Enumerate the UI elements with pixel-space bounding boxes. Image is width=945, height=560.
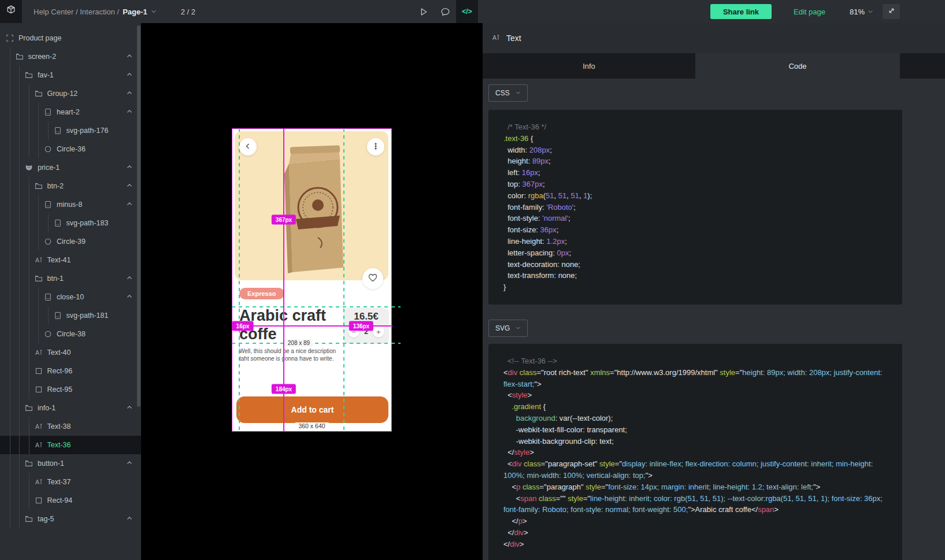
tree-indent-guide <box>10 362 10 380</box>
tab-info[interactable]: Info <box>483 53 695 79</box>
layer-row-svg-path-183[interactable]: svg-path-183 <box>0 214 141 232</box>
svg-text:A: A <box>492 34 496 41</box>
chevron-up-icon[interactable] <box>126 293 133 300</box>
tree-indent-guide <box>38 306 39 325</box>
layer-row-circle-38[interactable]: Circle-38 <box>0 325 141 343</box>
zoom-level: 81% <box>850 8 865 16</box>
chevron-down-icon[interactable] <box>868 8 873 16</box>
code-line: font-style: 'normal'; <box>503 213 891 224</box>
comment-icon[interactable] <box>434 0 456 23</box>
play-icon[interactable] <box>412 0 434 23</box>
tree-indent-guide <box>38 140 39 158</box>
css-format-dropdown[interactable]: CSS <box>488 84 528 102</box>
layer-row-tag-5[interactable]: tag-5 <box>0 510 141 528</box>
layer-row-rect-95[interactable]: Rect-95 <box>0 380 141 399</box>
measure-badge-left: 16px <box>232 321 254 331</box>
svg-format-dropdown[interactable]: SVG <box>488 320 528 337</box>
layer-row-text-38[interactable]: AText-38 <box>0 417 141 436</box>
add-to-cart-button[interactable]: Add to cart <box>236 396 388 423</box>
tree-indent-guide <box>19 288 20 306</box>
code-line: text-decoration: none; <box>503 259 891 270</box>
chevron-up-icon[interactable] <box>126 515 133 522</box>
layer-row-product page[interactable]: Product page <box>0 29 141 47</box>
layer-row-svg-path-181[interactable]: svg-path-181 <box>0 306 141 325</box>
layer-row-rect-96[interactable]: Rect-96 <box>0 362 141 380</box>
layer-row-info-1[interactable]: info-1 <box>0 399 141 417</box>
layer-row-group-12[interactable]: Group-12 <box>0 84 141 103</box>
folder-icon <box>16 53 24 61</box>
layer-row-close-10[interactable]: close-10 <box>0 288 141 306</box>
tree-indent-guide <box>29 269 29 288</box>
layer-row-text-40[interactable]: AText-40 <box>0 343 141 362</box>
edit-page-link[interactable]: Edit page <box>794 8 825 16</box>
chevron-up-icon[interactable] <box>126 459 133 466</box>
tree-indent-guide <box>10 343 10 362</box>
tree-indent-guide <box>19 325 20 343</box>
tree-indent-guide <box>48 121 49 140</box>
layer-row-minus-8[interactable]: minus-8 <box>0 195 141 214</box>
code-line: /* Text-36 */ <box>503 121 891 133</box>
panel-header: A Text <box>483 23 945 53</box>
tab-code[interactable]: Code <box>695 53 900 79</box>
layer-row-btn-1[interactable]: btn-1 <box>0 269 141 288</box>
share-link-button[interactable]: Share link <box>710 4 772 19</box>
layer-row-btn-2[interactable]: btn-2 <box>0 177 141 195</box>
plus-icon[interactable]: + <box>373 326 384 338</box>
chevron-down-icon[interactable] <box>151 8 157 16</box>
code-line: <p class="paragraph" style="font-size: 1… <box>503 481 891 493</box>
layer-row-text-37[interactable]: AText-37 <box>0 473 141 491</box>
layer-row-button-1[interactable]: button-1 <box>0 454 141 473</box>
design-canvas[interactable]: Expresso Arabic craft coffe 16.5€ − 2 + … <box>141 23 483 560</box>
layer-label: Text-37 <box>47 478 71 486</box>
chevron-up-icon[interactable] <box>126 164 133 170</box>
panel-body: CSS /* Text-36 */.text-36 { width: 208px… <box>483 79 945 560</box>
breadcrumb[interactable]: Help Center / Interaction / Page-1 <box>34 8 157 16</box>
favorite-button[interactable] <box>362 268 383 289</box>
code-line: color: rgba(51, 51, 51, 1); <box>503 190 891 202</box>
layer-row-text-36[interactable]: AText-36 <box>0 436 141 454</box>
zoom-control[interactable]: 81% <box>850 8 873 16</box>
sidebar-scrollbar[interactable] <box>137 25 140 407</box>
app-logo[interactable] <box>0 0 22 23</box>
layer-row-heart-2[interactable]: heart-2 <box>0 103 141 121</box>
circle-icon <box>44 330 52 338</box>
text-icon: A <box>35 478 43 486</box>
code-line: <div class="paragraph-set" style="displa… <box>503 458 891 481</box>
breadcrumb-prefix[interactable]: Help Center / Interaction / <box>34 8 119 16</box>
artboard-screen-2[interactable]: Expresso Arabic craft coffe 16.5€ − 2 + … <box>232 128 392 432</box>
tree-indent-guide <box>38 288 39 306</box>
chevron-up-icon[interactable] <box>126 108 133 115</box>
tree-indent-guide <box>19 195 20 214</box>
fullscreen-button[interactable] <box>883 4 900 19</box>
breadcrumb-current[interactable]: Page-1 <box>123 8 147 16</box>
guide-right-dashed <box>343 128 344 432</box>
layer-row-text-41[interactable]: AText-41 <box>0 251 141 269</box>
product-tag[interactable]: Expresso <box>239 288 284 299</box>
chevron-down-icon <box>516 324 521 332</box>
chevron-up-icon[interactable] <box>126 182 133 189</box>
chevron-up-icon[interactable] <box>126 90 133 97</box>
more-options-button[interactable] <box>367 138 384 155</box>
svg-code-block[interactable]: <!-- Text-36 --><div class="root rich-te… <box>488 344 902 560</box>
layer-row-rect-94[interactable]: Rect-94 <box>0 491 141 510</box>
layer-row-circle-39[interactable]: Circle-39 <box>0 232 141 251</box>
chevron-up-icon[interactable] <box>126 71 133 78</box>
chevron-up-icon[interactable] <box>126 201 133 207</box>
back-button[interactable] <box>239 138 257 155</box>
tree-indent-guide <box>29 362 29 380</box>
layer-label: price-1 <box>38 164 60 172</box>
layer-label: Rect-94 <box>47 496 73 505</box>
layer-row-fav-1[interactable]: fav-1 <box>0 66 141 84</box>
code-icon[interactable]: </> <box>456 0 478 23</box>
code-line: </div> <box>503 527 891 539</box>
chevron-up-icon[interactable] <box>126 275 133 281</box>
chevron-up-icon[interactable] <box>126 53 133 60</box>
css-code-block[interactable]: /* Text-36 */.text-36 { width: 208px; he… <box>488 110 902 305</box>
tree-indent-guide <box>48 214 49 232</box>
layer-row-circle-36[interactable]: Circle-36 <box>0 140 141 158</box>
layer-row-screen-2[interactable]: screen-2 <box>0 47 141 66</box>
code-line: <!-- Text-36 --> <box>503 355 891 367</box>
chevron-up-icon[interactable] <box>126 404 133 411</box>
layer-row-svg-path-176[interactable]: svg-path-176 <box>0 121 141 140</box>
layer-row-price-1[interactable]: price-1 <box>0 158 141 177</box>
